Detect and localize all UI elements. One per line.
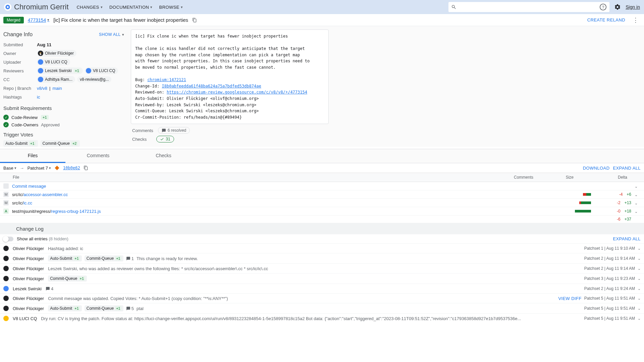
avatar-icon [3,296,9,301]
checks-pill[interactable]: 31 [156,136,174,142]
search-box[interactable]: ? [448,2,609,12]
log-expand-all-button[interactable]: EXPAND ALL [613,236,641,241]
comments-summary-label: Comments [132,128,153,133]
requirement-row: ✓ Code-Review +1 [3,114,124,121]
branch-link[interactable]: main [52,86,62,91]
comments-resolved-pill[interactable]: 6 resolved [158,127,190,134]
diff-size-bar [568,193,594,196]
avatar-icon [86,68,91,73]
log-row[interactable]: Olivier Flückiger Auto-Submit+1 Commit-Q… [0,253,644,263]
uploader-label: Uploader [3,60,37,65]
checks-summary-label: Checks [132,137,152,142]
file-path[interactable]: src/ic/accessor-assembler.cc [12,192,568,197]
file-row[interactable]: A test/mjsunit/regress/regress-crbug-147… [0,207,644,216]
log-meta: Patchset 2 | Aug 11 9:24 AM ⌄ [584,286,641,291]
log-row[interactable]: Olivier Flückiger Leszek Swirski, who wa… [0,263,644,273]
expand-row-button[interactable]: ⌄ [631,200,641,205]
trigger-vote-chip[interactable]: Commit-Queue+2 [41,140,80,147]
cc-chip[interactable]: Adhittya Ram... [37,76,75,83]
download-button[interactable]: DOWNLOAD [583,166,610,171]
file-totals-row: -6+37 [0,216,644,223]
cc-chip[interactable]: v8-reviews@g... [77,76,111,82]
avatar-icon [38,59,43,65]
file-path[interactable]: test/mjsunit/regress/regress-crbug-14721… [12,209,568,214]
chevron-down-icon[interactable]: ⌄ [638,277,641,281]
hashtag-link[interactable]: ic [37,95,40,100]
reviewed-on-link[interactable]: https://chromium-review.googlesource.com… [167,90,307,95]
file-path[interactable]: Commit message [12,184,568,189]
show-all-button[interactable]: SHOW ALL▾ [99,32,124,37]
topbar: Chromium Gerrit CHANGES▾ DOCUMENTATION▾ … [0,0,644,14]
tab-comments[interactable]: Comments [65,149,131,163]
log-row[interactable]: Leszek Swirski 4 Patchset 2 | Aug 11 9:2… [0,284,644,293]
comment-count: 4 [46,286,53,291]
log-body: Auto-Submit+1 Commit-Queue+1 5 ptal [48,305,580,311]
change-number-link[interactable]: 4773154▾ [28,17,50,23]
requirement-row: ✓ Code-Owners Approved [3,121,124,128]
copy-icon[interactable] [192,18,197,22]
trigger-vote-chip[interactable]: Auto-Submit+1 [3,140,38,147]
log-row[interactable]: Olivier Flückiger Commit-Queue+1 Patchse… [0,273,644,284]
reviewer-chip[interactable]: V8 LUCI CQ [85,67,118,74]
log-author: Olivier Flückiger [13,306,44,311]
nav-browse[interactable]: BROWSE▾ [159,5,183,10]
reviewer-chip[interactable]: Leszek Swirski+1 [37,67,83,74]
tab-files[interactable]: Files [0,149,65,163]
sign-in-link[interactable]: Sign in [626,4,640,10]
uploader-chip[interactable]: V8 LUCI CQ [37,59,70,65]
log-body: Leszek Swirski, who was added as reviewe… [48,266,580,271]
brand[interactable]: Chromium Gerrit [4,3,69,11]
log-row[interactable]: Olivier Flückiger Commit message was upd… [0,293,644,303]
chevron-down-icon: ▾ [181,5,183,9]
search-input[interactable] [459,4,597,10]
gear-icon[interactable] [614,4,621,10]
view-diff-button[interactable]: VIEW DIFF [558,296,581,301]
log-row[interactable]: Olivier Flückiger Auto-Submit+1 Commit-Q… [0,303,644,313]
base-selector[interactable]: Base▾ [3,166,16,171]
patchset-selector[interactable]: Patchset 7▾ [28,166,51,171]
expand-all-button[interactable]: EXPAND ALL [613,166,641,171]
comment-count: 5 [126,306,134,311]
cc-label: CC [3,77,37,82]
create-reland-button[interactable]: CREATE RELAND [587,17,625,22]
change-info-heading: Change Info [3,32,33,38]
commit-sha-link[interactable]: 10b0e62 [63,166,80,170]
chevron-down-icon[interactable]: ⌄ [638,256,641,261]
vote-chip: Commit-Queue+1 [85,305,123,311]
avatar-icon [3,256,9,261]
file-row[interactable]: Commit message ⌄ [0,182,644,190]
log-body: 4 [46,286,580,291]
log-author: Olivier Flückiger [13,276,44,281]
help-icon[interactable]: ? [599,3,607,11]
expand-row-button[interactable]: ⌄ [631,192,641,197]
change-id-link[interactable]: I8b0abfeedda61f48ba624a75a7bdfed53db874a… [162,84,261,88]
tab-checks[interactable]: Checks [131,149,196,163]
log-author: Olivier Flückiger [13,246,44,251]
avatar-icon [38,77,43,82]
repo-link[interactable]: v8/v8 [37,86,47,91]
tab-bar: Files Comments Checks [0,149,644,163]
chevron-down-icon[interactable]: ⌄ [638,287,641,291]
nav-changes[interactable]: CHANGES▾ [77,5,103,10]
owner-chip[interactable]: 🐧Olivier Flückiger [37,50,76,57]
file-row[interactable]: M src/ic/accessor-assembler.cc -4+6 ⌄ [0,190,644,199]
nav-documentation[interactable]: DOCUMENTATION▾ [109,5,153,10]
expand-row-button[interactable]: ⌄ [631,209,641,214]
reviewers-label: Reviewers [3,68,37,73]
log-row[interactable]: Olivier Flückiger Hashtag added: ic Patc… [0,243,644,253]
copy-icon[interactable] [84,166,88,170]
chevron-down-icon[interactable]: ⌄ [638,266,641,271]
file-row[interactable]: M src/ic/ic.cc -2+13 ⌄ [0,199,644,207]
bug-link[interactable]: chromium:1472121 [147,77,186,82]
show-all-entries-toggle[interactable] [3,237,13,241]
chevron-down-icon[interactable]: ⌄ [638,246,641,251]
diff-icon [54,165,60,171]
more-actions-button[interactable]: ⋮ [631,16,641,24]
chevron-down-icon[interactable]: ⌄ [638,296,641,301]
log-row[interactable]: V8 LUCI CQ Dry run: CV is trying the pat… [0,313,644,323]
chevron-down-icon[interactable]: ⌄ [638,316,641,321]
file-path[interactable]: src/ic/ic.cc [12,200,568,205]
diff-size-bar [568,210,594,213]
chevron-down-icon[interactable]: ⌄ [638,306,641,311]
expand-row-button[interactable]: ⌄ [631,184,641,189]
